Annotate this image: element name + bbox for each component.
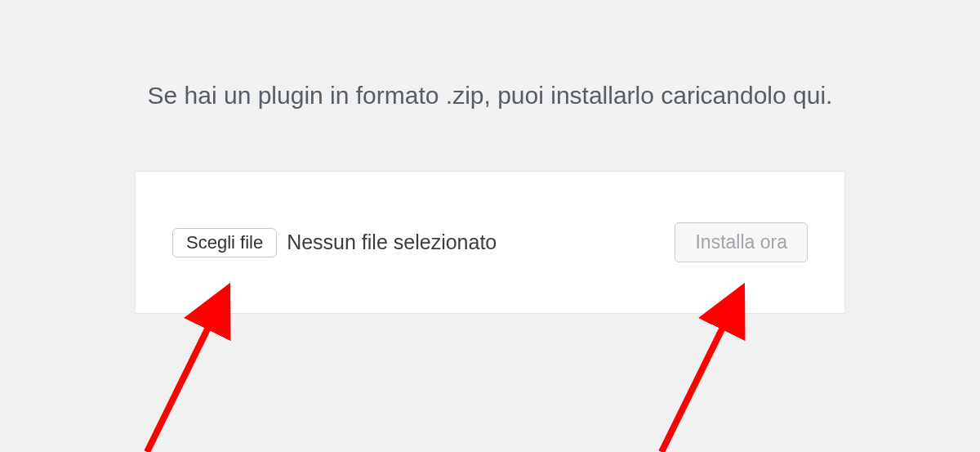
choose-file-button[interactable]: Scegli file [172, 228, 277, 257]
upload-panel: Scegli file Nessun file selezionato Inst… [135, 171, 845, 314]
arrow-annotation-icon [147, 294, 225, 452]
arrow-annotation-icon [662, 294, 739, 452]
upload-description: Se hai un plugin in formato .zip, puoi i… [0, 82, 980, 110]
install-now-button[interactable]: Installa ora [675, 222, 808, 262]
plugin-upload-section: Se hai un plugin in formato .zip, puoi i… [0, 0, 980, 314]
file-input-group: Scegli file Nessun file selezionato [172, 228, 497, 257]
file-status-text: Nessun file selezionato [287, 230, 497, 254]
